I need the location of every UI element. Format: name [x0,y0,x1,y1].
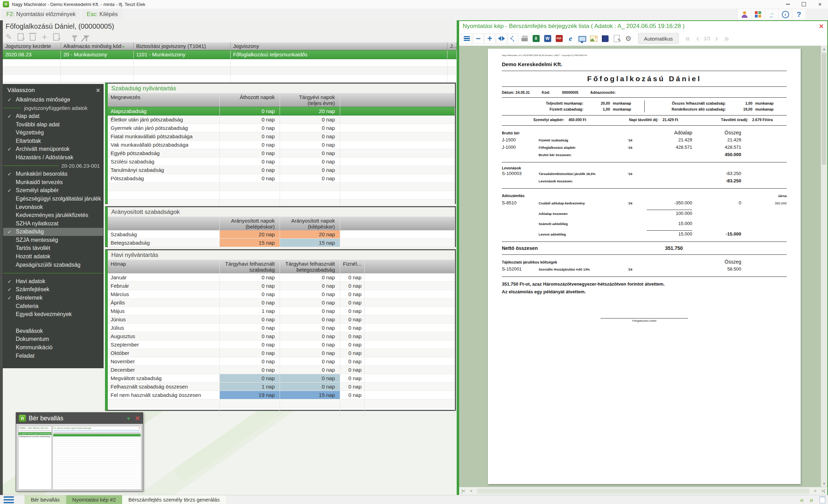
prev-page-icon[interactable]: ‹ [696,34,699,43]
prorated-row[interactable]: Betegszabadság 15 nap 15 nap [108,239,455,247]
edit-note-icon[interactable] [611,33,622,44]
excel-export-icon[interactable]: X [531,33,541,44]
vacation-row[interactable]: Egyéb pótszabadság 0 nap 0 nap [108,149,455,158]
sidebar-item[interactable]: Bevallások [3,327,103,335]
col-athozott[interactable]: Áthozott napok [220,93,280,107]
sidebar-item[interactable]: SZJA mentesség [3,236,103,244]
monthly-row[interactable]: Július 0 nap 0 nap 0 nap [108,324,455,332]
word-export-icon[interactable]: W [542,33,553,44]
mini-window-titlebar[interactable]: n Bér bevallás ➤ ✕ [16,413,143,424]
monthly-row[interactable] [108,408,455,416]
monthly-row[interactable]: Március 0 nap 0 nap 0 nap [108,290,455,299]
scroll-down-icon[interactable]: ▼ [821,482,827,485]
sidebar-item[interactable]: Cafeteria [3,302,103,310]
taskbar-tab[interactable]: Bérszámfejtés személy törzs generálás [122,495,226,504]
taskbar-menu-icon[interactable] [3,496,14,503]
sidebar-item[interactable]: ✓ Alkalmazás minősége [3,96,103,104]
next-page-icon[interactable]: › [715,34,718,43]
settings-icon[interactable]: ⚙ [623,33,634,44]
pdf-export-icon[interactable]: PDF [554,33,564,44]
browser-icon[interactable]: e [565,33,576,44]
print-icon[interactable] [519,33,530,44]
employment-row-selected[interactable]: 2020.06.23 20 - Munkaviszony 1101 - Munk… [3,50,457,59]
vacation-row[interactable]: Vak munkavállaló pótszabadsága 0 nap 0 n… [108,141,455,149]
sidebar-item[interactable]: Egészségügyi szolgáltatási járulék [3,195,103,203]
col-felhasznalt-betegszabadsag[interactable]: Tárgyhavi felhasználtbetegszabadság [280,260,340,273]
vacation-row[interactable]: Alapszabadság 0 nap 20 nap [108,107,455,115]
sidebar-item[interactable]: ✓ Havi adatok [3,277,103,286]
col-jogviszony[interactable]: Jogviszony [231,42,448,50]
monthly-row[interactable]: Augusztus 0 nap 0 nap 0 nap [108,332,455,341]
mini-panel-close-icon[interactable]: ✕ [138,427,140,429]
col-alkalmazas-minoseg[interactable]: Alkalmazás minőség kód▲ [61,42,134,50]
sidebar-item[interactable]: ✓ Archivált menüpontok [3,145,103,154]
import-icon[interactable] [50,32,62,42]
filter-clear-icon[interactable] [80,32,92,42]
hscroll-first-icon[interactable]: |< [459,489,468,493]
last-page-icon[interactable]: » [724,34,729,43]
vacation-row[interactable]: Tanulmányi szabadság 0 nap 0 nap [108,166,455,174]
zoom-mode-button[interactable]: Automatikus [638,33,679,44]
sidebar-item[interactable]: ✓ Alap adat [3,112,103,120]
col-jogviszony-kezdete[interactable]: Jogviszony kezdete [3,42,61,50]
employment-row-empty[interactable] [3,75,457,82]
monthly-row[interactable]: Május 1 nap 0 nap 0 nap [108,307,455,315]
user-icon[interactable] [737,9,751,20]
sidebar-item[interactable]: Munkaidő tervezés [3,178,103,187]
sidebar-item[interactable]: Hozott adatok [3,252,103,261]
monthly-row[interactable]: December 0 nap 0 nap 0 nap [108,366,455,374]
monthly-row[interactable] [108,399,455,408]
sidebar-item[interactable]: Levonások [3,203,103,211]
sidebar-item[interactable]: Egyedi kedvezmények [3,310,103,318]
info-icon[interactable]: i [778,9,792,20]
col-belepeskor[interactable]: Arányosított napok(belépéskor) [220,217,280,230]
mini-close-icon[interactable]: ✕ [135,415,140,422]
vacation-row[interactable]: Fiatal munkavállaló pótszabadsága 0 nap … [108,132,455,141]
col-fiznel[interactable]: Fiznél... [340,260,365,273]
mini-tree-item[interactable]: Költségvetéssel szembeni kötelezettség [19,435,51,438]
monitor-icon[interactable] [577,33,588,44]
vacation-row[interactable]: Szülési szabadság 0 nap 0 nap [108,158,455,166]
monthly-row[interactable]: Október 0 nap 0 nap 0 nap [108,349,455,357]
col-kilepeskor[interactable]: Arányosított napok(kilépéskor) [280,217,340,230]
sidebar-close-icon[interactable]: ✕ [96,87,100,94]
mini-tree-item-selected[interactable]: Az adózót terhelő egyéb kötelezettségek [19,432,51,435]
mini-left-panel[interactable]: 2458M - HAVI BEVALLÁS (1/1) Az adózót te… [18,426,52,490]
sidebar-item[interactable]: Dokumentum [3,335,103,344]
sidebar-item[interactable]: Feladat [3,352,103,360]
monthly-row[interactable]: Szeptember 0 nap 0 nap 0 nap [108,341,455,349]
restore-button[interactable] [796,0,812,8]
sidebar-item[interactable]: Apasági/szülői szabadság [3,261,103,269]
monthly-row[interactable]: November 0 nap 0 nap 0 nap [108,357,455,366]
sidebar-item[interactable]: 20-20.06.23-001 [3,162,103,170]
pin-icon[interactable]: ➤ [125,414,133,422]
delete-icon[interactable] [27,32,38,42]
monthly-row[interactable]: Megváltott szabadság 0 nap 0 nap 0 nap [108,374,455,383]
fit-width-icon[interactable] [496,33,507,44]
zoom-out-icon[interactable]: − [473,33,484,44]
zoom-in-icon[interactable]: + [484,33,495,44]
taskbar-tab[interactable]: Bér bevallás [24,495,66,504]
sidebar-item[interactable]: ✓ Számfejtések [3,286,103,294]
preview-close-icon[interactable]: ✕ [819,23,824,30]
monthly-row[interactable]: Június 0 nap 0 nap 0 nap [108,315,455,324]
col-targyevi[interactable]: Tárgyévi napok(teljes évre) [280,93,340,107]
sidebar-item[interactable]: ✓ Bérelemek [3,294,103,302]
taskbar-prev-icon[interactable]: « [800,496,804,504]
monthly-row[interactable]: Felhasznált szabadság összesen 1 nap 0 n… [108,383,455,391]
switch-user-icon[interactable]: →← [765,9,778,20]
vacation-row[interactable]: Gyermek után járó pótszabadság 0 nap 0 n… [108,124,455,132]
preview-menu-icon[interactable] [461,33,472,44]
monthly-row[interactable]: Április 0 nap 0 nap 0 nap [108,299,455,307]
monthly-row[interactable]: Február 0 nap 0 nap 0 nap [108,282,455,290]
sidebar-item[interactable]: ✓ Munkaköri besorolás [3,170,103,178]
sidebar-item[interactable]: További alap adat [3,120,103,129]
sidebar-item[interactable] [3,318,103,327]
sidebar-item[interactable]: Házastárs / Adóstársak [3,153,103,162]
ber-bevallas-window[interactable]: n Bér bevallás ➤ ✕ 2458M - HAVI BEVALLÁS… [16,412,143,491]
archive-icon[interactable] [600,33,611,44]
taskbar-tab[interactable]: Nyomtatási kép #2 [66,495,122,504]
sidebar-item[interactable]: Végzettség [3,128,103,137]
first-page-icon[interactable]: « [686,34,690,43]
prorated-row[interactable]: Szabadság 20 nap 20 nap [108,230,455,239]
